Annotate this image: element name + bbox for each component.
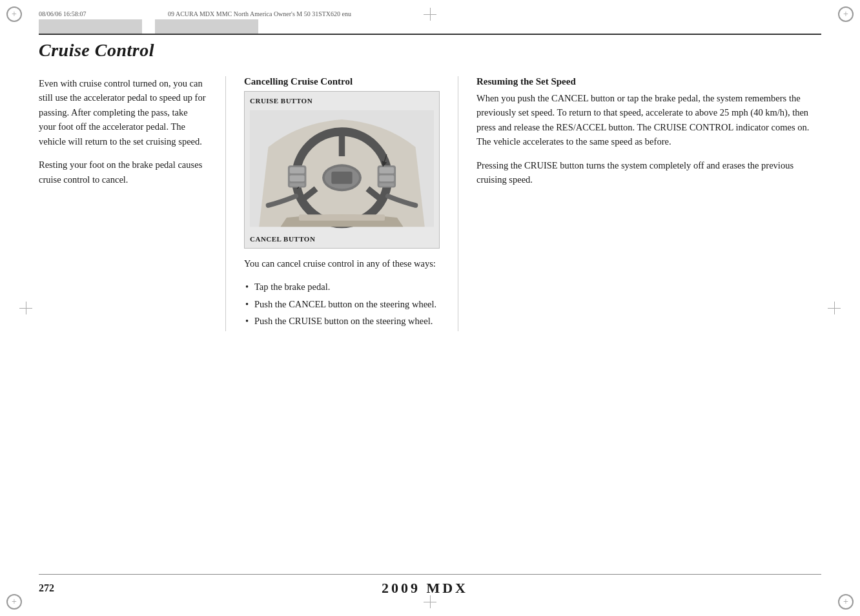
- svg-rect-16: [299, 214, 385, 221]
- page-number: 272: [39, 582, 54, 594]
- svg-rect-11: [290, 183, 305, 187]
- reg-mark-bl: [6, 594, 22, 610]
- cancelling-heading: Cancelling Cruise Control: [244, 76, 440, 87]
- steering-diagram-box: CRUISE BUTTON: [244, 91, 440, 249]
- bullet-item-1: Tap the brake pedal.: [244, 280, 440, 294]
- main-content: Even with cruise control turned on, you …: [39, 76, 821, 331]
- header-tab-right: [155, 19, 258, 34]
- page-title: Cruise Control: [39, 40, 821, 61]
- svg-rect-10: [290, 175, 305, 181]
- cross-left: [19, 302, 32, 314]
- right-column: Resuming the Set Speed When you push the…: [458, 76, 821, 331]
- cruise-button-label: CRUISE BUTTON: [250, 97, 434, 105]
- bullet-item-3: Push the CRUISE button on the steering w…: [244, 314, 440, 328]
- cross-bottom: [424, 595, 436, 608]
- svg-rect-13: [379, 167, 394, 174]
- page-title-section: Cruise Control: [39, 34, 821, 61]
- right-paragraph-2: Pressing the CRUISE button turns the sys…: [476, 158, 821, 187]
- reg-mark-tr: [838, 6, 854, 22]
- header-tab-left: [39, 19, 142, 34]
- reg-mark-tl: [6, 6, 22, 22]
- steering-wheel-svg: [250, 107, 434, 230]
- resuming-heading: Resuming the Set Speed: [476, 76, 821, 87]
- page-container: 08/06/06 16:58:07 09 ACURA MDX MMC North…: [0, 0, 860, 616]
- right-paragraph-1: When you push the CANCEL button or tap t…: [476, 91, 821, 149]
- left-paragraph-1: Even with cruise control turned on, you …: [39, 76, 206, 149]
- footer: 272 2009 MDX: [39, 574, 821, 597]
- svg-rect-9: [290, 167, 305, 174]
- header-timestamp: 08/06/06 16:58:07: [39, 10, 87, 17]
- header-file: 09 ACURA MDX MMC North America Owner's M…: [168, 10, 351, 17]
- footer-model: 2009 MDX: [382, 580, 468, 597]
- cancel-intro-text: You can cancel cruise control in any of …: [244, 256, 440, 271]
- bullet-item-2: Push the CANCEL button on the steering w…: [244, 297, 440, 311]
- reg-mark-br: [838, 594, 854, 610]
- cancel-methods-list: Tap the brake pedal. Push the CANCEL but…: [244, 280, 440, 328]
- svg-rect-7: [331, 172, 352, 184]
- cancel-button-label: CANCEL BUTTON: [250, 235, 434, 243]
- header-bar: 08/06/06 16:58:07 09 ACURA MDX MMC North…: [39, 0, 821, 34]
- svg-rect-14: [379, 175, 394, 181]
- left-paragraph-2: Resting your foot on the brake pedal cau…: [39, 158, 206, 187]
- cross-right: [828, 302, 841, 314]
- left-column: Even with cruise control turned on, you …: [39, 76, 226, 331]
- svg-rect-15: [379, 183, 394, 187]
- middle-column: Cancelling Cruise Control CRUISE BUTTON: [226, 76, 458, 331]
